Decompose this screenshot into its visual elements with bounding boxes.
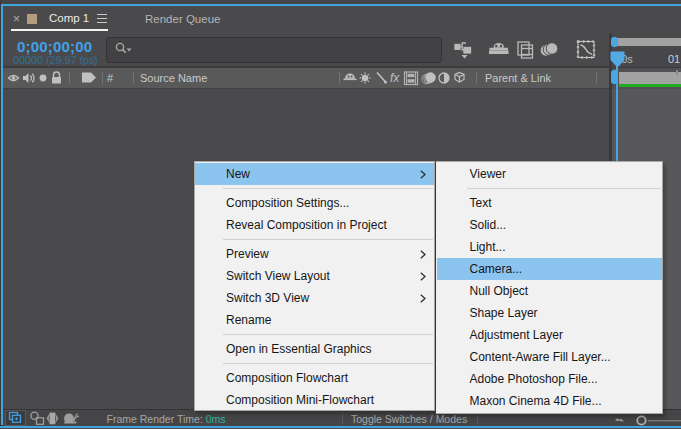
svg-text:fx: fx [390, 71, 400, 85]
